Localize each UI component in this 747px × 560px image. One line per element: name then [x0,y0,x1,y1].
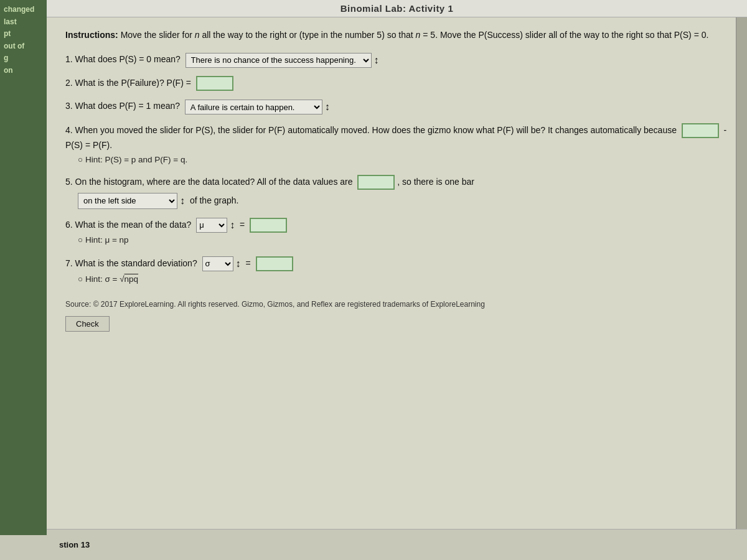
q6-symbol-select[interactable]: μ σ n [196,218,227,233]
q5-suffix: , so there is one bar [397,177,474,187]
q4-text: 4. When you moved the slider for P(S), t… [65,125,679,135]
q1-arrow: ↕ [374,55,379,65]
q7-hint: ○ Hint: σ = √npq [78,273,728,287]
q5-dropdown-suffix: of the graph. [187,194,239,208]
source-text: Source: © 2017 ExploreLearning. All righ… [65,299,728,310]
q6-row: 6. What is the mean of the data? μ σ n ↕… [65,217,728,233]
q2-text: 2. What is the P(Failure)? P(F) = [65,78,194,88]
question-1: 1. What does P(S) = 0 mean? There is no … [65,52,728,68]
q6-arrow: ↕ [230,217,235,233]
q7-row: 7. What is the standard deviation? σ μ n… [65,255,728,272]
q7-equals: = [243,256,253,271]
q5-dropdown[interactable]: on the left side on the right side in th… [78,193,177,209]
sidebar-item-on: on [4,66,43,76]
q3-text: 3. What does P(F) = 1 mean? [65,101,182,111]
question-2: 2. What is the P(Failure)? P(F) = [65,76,728,91]
sidebar-item-changed: changed [4,5,43,15]
right-panel [736,17,747,529]
q5-input[interactable] [357,175,395,190]
question-7: 7. What is the standard deviation? σ μ n… [65,255,728,286]
instructions-text: Move the slider for n all the way to the… [121,30,709,40]
q7-arrow: ↕ [236,255,241,272]
question-4: 4. When you moved the slider for P(S), t… [65,123,728,167]
q7-input[interactable] [256,256,293,271]
q5-arrow: ↕ [180,192,185,209]
instructions-block: Instructions: Move the slider for n all … [65,29,728,42]
question-3: 3. What does P(F) = 1 mean? A failure is… [65,98,728,115]
instructions-label: Instructions: [65,30,118,40]
q6-equals: = [237,218,247,233]
page-title: Binomial Lab: Activity 1 [341,3,453,14]
q7-text: 7. What is the standard deviation? [65,256,200,271]
question-6: 6. What is the mean of the data? μ σ n ↕… [65,217,728,248]
title-bar: Binomial Lab: Activity 1 [47,0,747,17]
source-content: Source: © 2017 ExploreLearning. All righ… [65,300,485,309]
main-content: Instructions: Move the slider for n all … [47,17,747,529]
q3-select[interactable]: A failure is certain to happen. A failur… [185,100,322,114]
question-number-label: stion 13 [59,540,90,549]
q5-dropdown-row: on the left side on the right side in th… [78,192,728,209]
sidebar-item-last: last [4,17,43,27]
q6-text: 6. What is the mean of the data? [65,218,194,233]
sidebar: changed last pt out of g on [0,0,47,535]
q3-arrow: ↕ [325,101,330,112]
sidebar-item-g: g [4,54,43,63]
q6-input[interactable] [250,218,287,233]
q1-text: 1. What does P(S) = 0 mean? [65,54,183,64]
q2-input[interactable] [196,76,233,91]
q1-select[interactable]: There is no chance of the success happen… [186,53,372,68]
q5-text: 5. On the histogram, where are the data … [65,177,355,187]
question-5: 5. On the histogram, where are the data … [65,175,728,209]
check-button[interactable]: Check [65,316,110,332]
q4-input[interactable] [682,123,719,138]
sidebar-item-pt: pt [4,29,43,39]
q6-hint: ○ Hint: μ = np [78,233,728,248]
q7-symbol-select[interactable]: σ μ n [202,256,233,271]
sidebar-item-outof: out of [4,42,43,52]
bottom-bar: stion 13 [47,529,747,560]
q4-hint: ○ Hint: P(S) = p and P(F) = q. [78,153,728,167]
